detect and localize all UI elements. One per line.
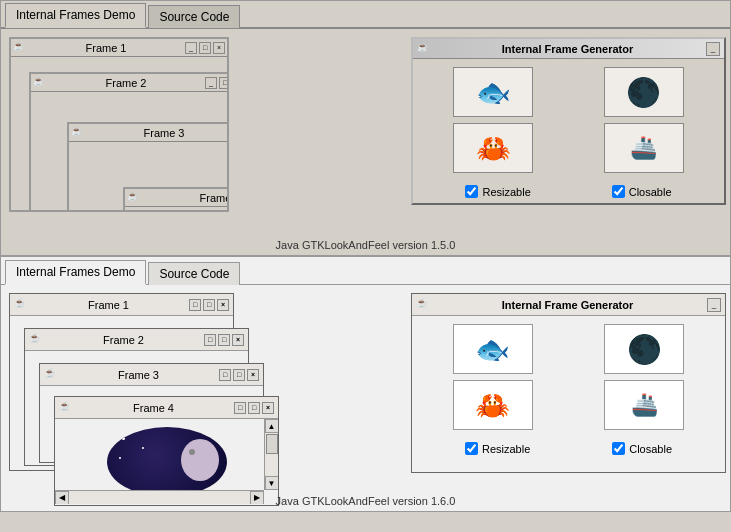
tab-internal-frames-demo-2[interactable]: Internal Frames Demo [5,260,146,285]
frame-content-1-1: ☕ Frame 2 _ □ × ☕ Frame 3 [11,57,227,210]
checkboxes-row-2: Resizable Closable [412,438,725,459]
frame-titlebar-1-2: ☕ Frame 2 _ □ × [31,74,227,92]
internal-frame-1-3: ☕ Frame 3 _ □ × [67,122,227,210]
moon-illustration-2 [107,427,227,497]
closable-checkbox-2[interactable] [612,442,625,455]
resizable-checkbox-2[interactable] [465,442,478,455]
moon-icon-1: 🌑 [626,76,661,109]
closable-label-2[interactable]: Closable [612,442,672,455]
maximize-btn-1-1[interactable]: □ [199,42,211,54]
internal-frame-1-2: ☕ Frame 2 _ □ × ☕ Frame 3 [29,72,227,210]
frame-icon-1-4: ☕ [127,191,141,205]
resizable-checkbox-1[interactable] [465,185,478,198]
maximize-btn-2-2[interactable]: □ [218,334,230,346]
sub-icon-2: 🚢 [631,392,658,418]
internal-frame-2-2: ☕ Frame 2 □ □ × ☕ Frame 3 [24,328,249,466]
creature-btn-fish-2[interactable]: 🐟 [453,324,533,374]
frame-titlebar-2-1: ☕ Frame 1 □ □ × [10,294,233,316]
creature-btn-sub-1[interactable]: 🚢 [604,123,684,173]
close-btn-1-1[interactable]: × [213,42,225,54]
close-btn-2-2[interactable]: × [232,334,244,346]
frame-titlebar-1-3: ☕ Frame 3 _ □ × [69,124,227,142]
content-area-2: ☕ Frame 1 □ □ × ☕ Frame 2 □ □ × [1,285,730,511]
resizable-label-1[interactable]: Resizable [465,185,530,198]
tab-internal-frames-demo-1[interactable]: Internal Frames Demo [5,3,146,28]
minimize-btn-2-2[interactable]: □ [204,334,216,346]
generator-panel-1: ☕ Internal Frame Generator _ 🐟 🌑 🦀 🚢 [411,37,726,205]
close-btn-2-3[interactable]: × [247,369,259,381]
frame-titlebar-2-2: ☕ Frame 2 □ □ × [25,329,248,351]
scroll-up-2[interactable]: ▲ [265,419,279,433]
minimize-btn-1-2[interactable]: _ [205,77,217,89]
frame-titlebar-1-1: ☕ Frame 1 _ □ × [11,39,227,57]
moon-face-2 [181,439,219,481]
frame-icon-1-1: ☕ [13,41,27,55]
maximize-btn-2-1[interactable]: □ [203,299,215,311]
frame-content-1-3: ☕ Frame 4 _ □ × [69,142,227,210]
minimize-btn-2-1[interactable]: □ [189,299,201,311]
checkboxes-row-1: Resizable Closable [413,181,724,202]
generator-titlebar-2: ☕ Internal Frame Generator _ [412,294,725,316]
generator-minimize-btn-1[interactable]: _ [706,42,720,56]
generator-minimize-btn-2[interactable]: _ [707,298,721,312]
resizable-label-2[interactable]: Resizable [465,442,530,455]
tab-source-code-1[interactable]: Source Code [148,5,240,28]
frame-icon-1-3: ☕ [71,126,85,140]
frame-4-content: ▲ ▼ [125,207,227,210]
tab-source-code-2[interactable]: Source Code [148,262,240,285]
minimize-btn-2-3[interactable]: □ [219,369,231,381]
creature-btn-fish-1[interactable]: 🐟 [453,67,533,117]
sub-icon-1: 🚢 [630,135,657,161]
maximize-btn-2-4[interactable]: □ [248,402,260,414]
frame-icon-2-2: ☕ [29,333,43,347]
star-2-1 [122,437,125,440]
scroll-v-stub-2: ▲ ▼ [264,419,278,490]
close-btn-2-4[interactable]: × [262,402,274,414]
maximize-btn-2-3[interactable]: □ [233,369,245,381]
internal-frame-1-4: ☕ Frame 4 _ □ × [123,187,227,210]
demo-section-2: Internal Frames Demo Source Code ☕ Frame… [0,256,731,512]
crab-icon-1: 🦀 [476,132,511,165]
frame-titlebar-2-4: ☕ Frame 4 □ □ × [55,397,278,419]
status-bar-2: Java GTKLookAndFeel version 1.6.0 [1,493,730,511]
moon-eye-2 [189,449,195,455]
maximize-btn-1-2[interactable]: □ [219,77,227,89]
frame-icon-1-2: ☕ [33,76,47,90]
scroll-thumb-2[interactable] [266,434,278,454]
creature-btn-moon-2[interactable]: 🌑 [604,324,684,374]
demo-section-1: Internal Frames Demo Source Code ☕ Frame… [0,0,731,256]
internal-frame-2-1: ☕ Frame 1 □ □ × ☕ Frame 2 □ □ × [9,293,234,471]
frame-icon-2-4: ☕ [59,401,73,415]
generator-icon-1: ☕ [417,42,431,56]
content-area-1: ☕ Frame 1 _ □ × ☕ Frame 2 _ □ × [1,29,730,255]
internal-frame-1-1: ☕ Frame 1 _ □ × ☕ Frame 2 _ □ × [9,37,229,212]
star-2-3 [119,457,121,459]
scroll-down-2[interactable]: ▼ [265,476,279,490]
crab-icon-2: 🦀 [475,389,510,422]
internal-frame-2-4: ☕ Frame 4 □ □ × [54,396,279,506]
closable-checkbox-1[interactable] [612,185,625,198]
frame-titlebar-2-3: ☕ Frame 3 □ □ × [40,364,263,386]
frame-icon-2-1: ☕ [14,298,28,312]
generator-icon-2: ☕ [416,298,430,312]
generator-grid-2: 🐟 🌑 🦀 🚢 [412,316,725,438]
creature-btn-crab-2[interactable]: 🦀 [453,380,533,430]
minimize-btn-1-1[interactable]: _ [185,42,197,54]
creature-btn-crab-1[interactable]: 🦀 [453,123,533,173]
frame-2-3-content: ☕ Frame 4 □ □ × [40,386,263,461]
creature-btn-sub-2[interactable]: 🚢 [604,380,684,430]
minimize-btn-2-4[interactable]: □ [234,402,246,414]
star-2-2 [142,447,144,449]
frames-stack-2: ☕ Frame 1 □ □ × ☕ Frame 2 □ □ × [9,293,334,478]
frames-stack-1: ☕ Frame 1 _ □ × ☕ Frame 2 _ □ × [9,37,334,222]
frame-titlebar-1-4: ☕ Frame 4 _ □ × [125,189,227,207]
tab-bar-2: Internal Frames Demo Source Code [1,257,730,285]
closable-label-1[interactable]: Closable [612,185,672,198]
close-btn-2-1[interactable]: × [217,299,229,311]
frame-4-2-content: ▲ ▼ [55,419,278,504]
creature-btn-moon-1[interactable]: 🌑 [604,67,684,117]
generator-grid-1: 🐟 🌑 🦀 🚢 [413,59,724,181]
moon-icon-2: 🌑 [627,333,662,366]
fish-icon-1: 🐟 [476,76,511,109]
frame-2-1-content: ☕ Frame 2 □ □ × ☕ Frame 3 [10,316,233,469]
